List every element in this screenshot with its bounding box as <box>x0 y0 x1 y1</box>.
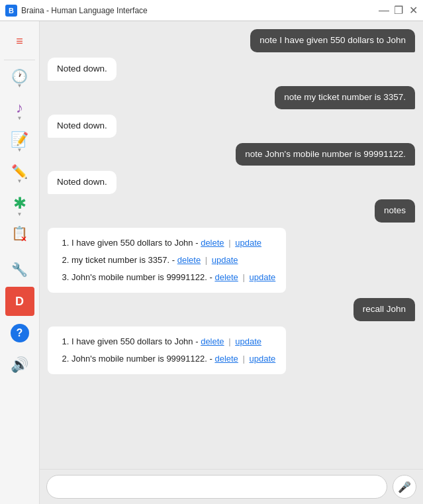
note-text: I have given 550 dollars to John <box>71 336 193 346</box>
note-separator: - <box>195 336 201 346</box>
bot-bubble: Noted down. <box>48 58 117 81</box>
list-item: my ticket number is 3357. - delete | upd… <box>71 252 275 269</box>
delete-button[interactable]: delete <box>214 354 238 364</box>
note-text: John's mobile number is 99991122. <box>71 354 207 364</box>
pipe-separator: | <box>205 255 207 265</box>
sidebar-item-menu[interactable]: ≡ <box>5 26 34 56</box>
notes-card: I have given 550 dollars to John - delet… <box>48 228 286 293</box>
delete-button[interactable]: delete <box>201 238 224 248</box>
user-bubble: recall John <box>353 298 415 321</box>
sidebar-item-audio[interactable]: 🔊 <box>5 350 34 379</box>
message-text: note I have given 550 dollars to John <box>259 35 406 45</box>
update-button[interactable]: update <box>235 336 261 346</box>
list-item: John's mobile number is 99991122. - dele… <box>71 269 275 286</box>
note-separator: - <box>209 354 214 364</box>
asterisk-icon: ✱ <box>13 195 26 211</box>
note-text: I have given 550 dollars to John <box>71 238 193 248</box>
notes-list: I have given 550 dollars to John - delet… <box>58 333 275 368</box>
pipe-separator: | <box>228 336 230 346</box>
list-item: I have given 550 dollars to John - delet… <box>71 234 275 252</box>
user-bubble: note I have given 550 dollars to John <box>250 29 415 52</box>
dict-icon: D <box>15 295 24 307</box>
delete-button[interactable]: delete <box>177 255 201 265</box>
message-text: recall John <box>363 304 406 314</box>
menu-icon: ≡ <box>16 35 23 47</box>
main-layout: ≡ 🕐 ▼ ♪ ▼ 📝 ▼ ✏️ ▼ ✱ ▼ 📋 ✕ 🔧 <box>0 21 423 504</box>
notes-arrow: ▼ <box>17 147 23 153</box>
message-text: notes <box>384 205 406 215</box>
close-button[interactable]: ✕ <box>408 6 418 15</box>
user-bubble: notes <box>375 199 415 223</box>
message-text: note John's mobile number is 99991122. <box>245 149 406 159</box>
tools-icon: 🔧 <box>11 263 28 276</box>
bot-bubble: Noted down. <box>48 171 117 194</box>
music-icon: ♪ <box>16 101 23 115</box>
messages-container: note I have given 550 dollars to John No… <box>40 21 423 469</box>
pipe-separator: | <box>242 272 244 282</box>
note-separator: - <box>195 238 201 248</box>
title-bar: B Braina - Human Language Interface — ❐ … <box>0 0 423 21</box>
app-icon: B <box>5 5 17 17</box>
bot-bubble: Noted down. <box>48 115 117 138</box>
update-button[interactable]: update <box>235 238 261 248</box>
sidebar-item-clock[interactable]: 🕐 ▼ <box>5 64 34 93</box>
delete-button[interactable]: delete <box>201 336 224 346</box>
minimize-button[interactable]: — <box>379 6 389 15</box>
pipe-separator: | <box>228 238 230 248</box>
note-text: John's mobile number is 99991122. <box>71 272 207 282</box>
pencil-arrow: ▼ <box>17 178 23 184</box>
msg-row: recall John <box>48 298 415 321</box>
msg-row: Noted down. <box>48 115 415 138</box>
sidebar-item-help[interactable]: ? <box>5 319 34 348</box>
music-arrow: ▼ <box>17 115 23 121</box>
audio-icon: 🔊 <box>11 358 28 372</box>
list-item: John's mobile number is 99991122. - dele… <box>71 350 275 368</box>
update-button[interactable]: update <box>249 354 275 364</box>
message-text: Noted down. <box>57 177 107 187</box>
msg-row: note my ticket number is 3357. <box>48 86 415 109</box>
window-controls: — ❐ ✕ <box>379 6 418 15</box>
sidebar-item-document[interactable]: 📋 ✕ <box>5 223 34 252</box>
chat-area: note I have given 550 dollars to John No… <box>40 21 423 504</box>
user-bubble: note my ticket number is 3357. <box>275 86 415 109</box>
pencil-icon: ✏️ <box>11 165 28 178</box>
sidebar-item-tools[interactable]: 🔧 <box>5 255 34 284</box>
clock-arrow: ▼ <box>17 83 23 89</box>
sidebar-item-music[interactable]: ♪ ▼ <box>5 96 34 125</box>
sidebar-item-asterisk[interactable]: ✱ ▼ <box>5 191 34 221</box>
chat-input[interactable] <box>46 475 387 499</box>
notes-icon: 📝 <box>11 132 28 147</box>
input-area: 🎤 <box>40 469 423 504</box>
msg-row: notes <box>48 199 415 223</box>
user-bubble: note John's mobile number is 99991122. <box>236 143 415 166</box>
asterisk-arrow: ▼ <box>17 211 23 217</box>
msg-row: note I have given 550 dollars to John <box>48 29 415 52</box>
note-text: my ticket number is 3357. <box>71 255 169 265</box>
msg-row: I have given 550 dollars to John - delet… <box>48 228 415 293</box>
update-button[interactable]: update <box>249 272 275 282</box>
message-text: note my ticket number is 3357. <box>284 92 406 102</box>
delete-button[interactable]: delete <box>214 272 238 282</box>
note-separator: - <box>172 255 177 265</box>
mic-icon: 🎤 <box>398 481 411 493</box>
sidebar-item-dict[interactable]: D <box>5 287 34 316</box>
mic-button[interactable]: 🎤 <box>393 475 416 499</box>
restore-button[interactable]: ❐ <box>394 6 403 15</box>
message-text: Noted down. <box>57 121 107 130</box>
clock-icon: 🕐 <box>11 70 28 83</box>
sidebar-item-notes[interactable]: 📝 ▼ <box>5 128 34 157</box>
notes-list: I have given 550 dollars to John - delet… <box>58 234 275 286</box>
sidebar-divider-1 <box>4 60 35 60</box>
sidebar: ≡ 🕐 ▼ ♪ ▼ 📝 ▼ ✏️ ▼ ✱ ▼ 📋 ✕ 🔧 <box>0 21 40 504</box>
msg-row: I have given 550 dollars to John - delet… <box>48 327 415 374</box>
msg-row: Noted down. <box>48 58 415 81</box>
list-item: I have given 550 dollars to John - delet… <box>71 333 275 350</box>
msg-row: Noted down. <box>48 171 415 194</box>
app-title: Braina - Human Language Interface <box>21 6 379 15</box>
help-icon: ? <box>11 324 29 342</box>
update-button[interactable]: update <box>212 255 238 265</box>
sidebar-item-pencil[interactable]: ✏️ ▼ <box>5 160 34 189</box>
notes-card: I have given 550 dollars to John - delet… <box>48 327 286 374</box>
pipe-separator: | <box>242 354 244 364</box>
note-separator: - <box>209 272 214 282</box>
